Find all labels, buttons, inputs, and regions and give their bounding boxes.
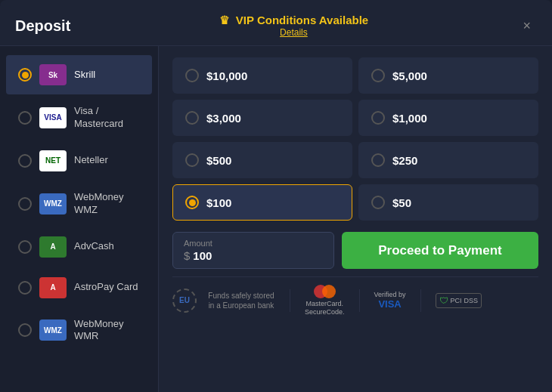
amount-value: $5,000 (392, 69, 427, 82)
security-row: EU Funds safely stored in a European ban… (172, 276, 538, 316)
eu-circle: EU (172, 289, 197, 313)
modal-title: Deposit (15, 17, 70, 35)
amount-value: $1,000 (392, 112, 427, 125)
radio-outer (18, 154, 32, 168)
payment-option-skrill[interactable]: SkSkrill (6, 55, 152, 94)
payment-option-webmoney-wmz[interactable]: WMZWebMoney WMZ (6, 182, 152, 226)
amount-radio (371, 196, 385, 209)
payment-option-webmoney-wmr[interactable]: WMZWebMoney WMR (6, 309, 152, 353)
vip-banner: ♛ VIP Conditions Available Details (70, 14, 516, 38)
payment-icon-skrill: Sk (39, 64, 67, 85)
main-content: $10,000$5,000$3,000$1,000$500$250$100$50… (159, 46, 552, 392)
payment-icon-neteller: NET (39, 150, 67, 171)
dss-label: DSS (464, 297, 479, 304)
payment-name-visa: Visa / Mastercard (74, 105, 123, 131)
pci-label: PCI (451, 297, 462, 304)
vip-title: ♛ VIP Conditions Available (70, 14, 516, 27)
amount-btn-2[interactable]: $3,000 (172, 100, 352, 136)
payment-option-advcash[interactable]: AAdvCash (6, 227, 152, 267)
amount-radio (185, 196, 199, 209)
payment-option-astropay[interactable]: AAstroPay Card (6, 268, 152, 307)
mastercard-badge: MasterCard.SecureCode. (305, 285, 345, 316)
radio-outer (18, 197, 32, 211)
amount-input-inner: $ (184, 249, 323, 262)
payment-option-neteller[interactable]: NETNeteller (6, 141, 152, 181)
action-row: Amount $ Proceed to Payment (172, 232, 538, 269)
verified-by-text: Verified by (374, 291, 406, 298)
radio-outer (18, 323, 32, 337)
divider2 (359, 289, 360, 312)
payment-name-advcash: AdvCash (74, 240, 114, 253)
divider (290, 289, 290, 312)
radio-outer (18, 68, 32, 82)
amount-btn-0[interactable]: $10,000 (172, 57, 352, 94)
verified-visa-badge: Verified by VISA (374, 291, 406, 310)
radio-outer (18, 240, 32, 254)
amount-btn-6[interactable]: $100 (172, 184, 352, 221)
verified-label: Verified by VISA (374, 291, 406, 310)
close-button[interactable]: × (516, 15, 537, 37)
mc-circles (314, 285, 336, 298)
pci-badge: 🛡 PCI DSS (436, 293, 482, 308)
radio-outer (18, 281, 32, 295)
payment-icon-astropay: A (39, 277, 67, 298)
vip-details-link[interactable]: Details (70, 27, 516, 38)
amount-value: $3,000 (206, 112, 241, 125)
amount-value: $10,000 (206, 69, 247, 82)
radio-outer (18, 111, 32, 125)
payment-name-webmoney-wmr: WebMoney WMR (74, 318, 124, 344)
payment-icon-visa: VISA (39, 107, 67, 128)
payment-icon-advcash: A (39, 236, 67, 258)
payment-icon-webmoney-wmr: WMZ (39, 319, 67, 341)
amount-radio (185, 111, 199, 125)
amount-value: $250 (392, 154, 417, 167)
payment-icon-webmoney-wmz: WMZ (39, 193, 67, 215)
proceed-payment-button[interactable]: Proceed to Payment (342, 232, 538, 269)
amount-btn-7[interactable]: $50 (358, 184, 538, 221)
amount-radio (185, 69, 199, 82)
divider3 (420, 289, 421, 312)
payment-name-webmoney-wmz: WebMoney WMZ (74, 191, 124, 217)
amount-radio (371, 69, 385, 82)
amount-btn-4[interactable]: $500 (172, 142, 352, 178)
amount-radio (371, 153, 385, 167)
amount-value: $100 (206, 196, 231, 209)
radio-inner (22, 72, 29, 79)
pci-shield-icon: 🛡 (439, 295, 448, 306)
dollar-sign: $ (184, 249, 190, 262)
modal-header: Deposit ♛ VIP Conditions Available Detai… (0, 0, 552, 46)
payment-name-neteller: Neteller (74, 154, 108, 167)
amount-input-wrap: Amount $ (172, 232, 334, 269)
amount-grid: $10,000$5,000$3,000$1,000$500$250$100$50 (172, 57, 538, 221)
amount-radio (371, 111, 385, 125)
amount-radio-inner (189, 199, 196, 206)
payment-name-skrill: Skrill (74, 69, 95, 82)
amount-btn-5[interactable]: $250 (358, 142, 538, 178)
mc-label: MasterCard.SecureCode. (305, 300, 345, 316)
amount-btn-3[interactable]: $1,000 (358, 100, 538, 136)
amount-label: Amount (184, 239, 323, 248)
eu-badge: EU (172, 289, 197, 313)
mc-orange-circle (322, 285, 336, 298)
payment-sidebar: SkSkrillVISAVisa / MastercardNETNeteller… (0, 46, 159, 392)
deposit-modal: Deposit ♛ VIP Conditions Available Detai… (0, 0, 552, 392)
payment-name-astropay: AstroPay Card (74, 281, 138, 294)
amount-value: $50 (392, 196, 411, 209)
visa-label: VISA (378, 298, 401, 310)
amount-value: $500 (206, 154, 231, 167)
safe-text: Funds safely stored in a European bank (207, 291, 275, 310)
payment-option-visa[interactable]: VISAVisa / Mastercard (6, 96, 152, 140)
amount-input[interactable] (193, 249, 323, 262)
amount-radio (185, 153, 199, 167)
amount-btn-1[interactable]: $5,000 (358, 57, 538, 94)
crown-icon: ♛ (219, 14, 229, 26)
modal-body: SkSkrillVISAVisa / MastercardNETNeteller… (0, 46, 552, 392)
